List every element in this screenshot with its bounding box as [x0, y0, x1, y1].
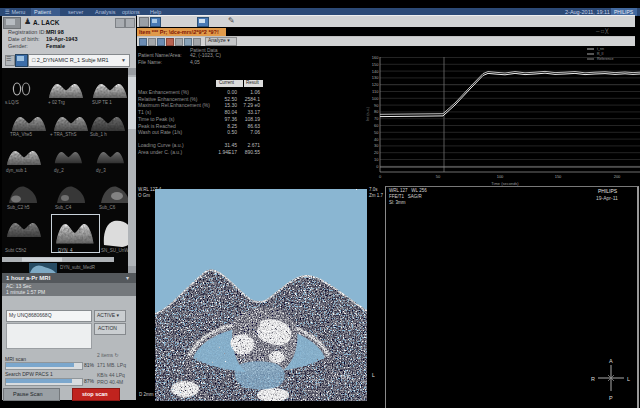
svg-text:Reference: Reference	[597, 57, 614, 61]
svg-text:R_ll: R_ll	[597, 52, 603, 56]
svg-text:70: 70	[374, 116, 379, 121]
svg-text:L: L	[627, 376, 630, 382]
svg-text:Sub_C2 h5: Sub_C2 h5	[7, 205, 30, 210]
svg-text:R: R	[591, 376, 595, 382]
svg-text:30: 30	[374, 143, 379, 148]
svg-text:+ TRA_SThS: + TRA_SThS	[50, 132, 77, 137]
svg-text:DYN_subt_MedR: DYN_subt_MedR	[60, 265, 96, 270]
svg-text:50: 50	[374, 130, 379, 135]
svg-text:60: 60	[374, 123, 379, 128]
svg-text:D F: D F	[341, 374, 351, 380]
svg-text:10: 10	[374, 157, 379, 162]
svg-text:dy_2: dy_2	[54, 168, 64, 173]
svg-text:100: 100	[372, 96, 379, 101]
svg-text:Subt C5h2: Subt C5h2	[5, 248, 27, 253]
svg-text:110: 110	[372, 89, 379, 94]
svg-text:40: 40	[374, 137, 379, 142]
svg-text:50: 50	[436, 174, 441, 179]
svg-text:130: 130	[372, 75, 379, 80]
svg-text:90: 90	[374, 103, 379, 108]
svg-text:100: 100	[497, 174, 504, 179]
svg-text:150: 150	[555, 174, 562, 179]
svg-text:Sub_C6: Sub_C6	[99, 205, 116, 210]
svg-text:0: 0	[379, 174, 382, 179]
svg-text:80: 80	[374, 109, 379, 114]
svg-text:Sub_C4: Sub_C4	[55, 205, 72, 210]
svg-text:TRA_Vhe5: TRA_Vhe5	[10, 132, 33, 137]
svg-text:150: 150	[372, 62, 379, 67]
svg-text:dyn_sub 1: dyn_sub 1	[6, 168, 27, 173]
svg-text:s.LQ/S: s.LQ/S	[5, 100, 19, 105]
svg-text:SN_SU_UnW8: SN_SU_UnW8	[101, 248, 128, 253]
svg-text:0: 0	[376, 164, 379, 169]
svg-text:+ 02 Trg: + 02 Trg	[48, 100, 65, 105]
svg-text:dy_3: dy_3	[96, 168, 106, 173]
svg-text:SUP TE 1: SUP TE 1	[92, 100, 112, 105]
svg-text:200: 200	[614, 174, 621, 179]
svg-text:160: 160	[372, 55, 379, 60]
svg-text:Sub_1 h: Sub_1 h	[90, 132, 107, 137]
svg-text:Int (a.u.): Int (a.u.)	[366, 106, 370, 121]
svg-text:A: A	[609, 358, 613, 364]
svg-text:140: 140	[372, 69, 379, 74]
svg-text:P: P	[609, 395, 613, 401]
svg-text:120: 120	[372, 82, 379, 87]
svg-text:t_nn: t_nn	[597, 47, 604, 51]
svg-text:20: 20	[374, 150, 379, 155]
svg-text:DYN_4: DYN_4	[58, 248, 73, 253]
